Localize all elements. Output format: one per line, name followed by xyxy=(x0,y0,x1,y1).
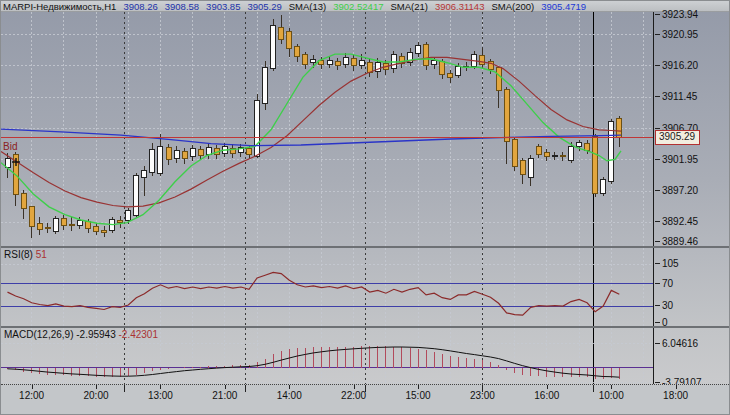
time-tick xyxy=(547,385,548,389)
ohlc-high: 3908.58 xyxy=(165,1,199,12)
time-tick-label: 14:00 xyxy=(277,390,302,401)
axis-tick-label: 3897.20 xyxy=(662,185,698,197)
sma200-label: SMA(200) xyxy=(491,1,534,12)
axis-tick-label: 70 xyxy=(662,278,673,290)
time-tick-label: 10:00 xyxy=(599,390,624,401)
rsi-axis[interactable]: 10570300 xyxy=(653,248,730,326)
time-tick xyxy=(289,385,290,389)
time-tick-label: 18:00 xyxy=(663,390,688,401)
rsi-label: RSI(8) xyxy=(4,249,33,260)
time-tick xyxy=(225,385,226,389)
bid-label: Bid xyxy=(3,141,17,152)
chart-area: 3905.29 3923.943920.953916.203911.453906… xyxy=(1,12,730,384)
axis-tick-label: 3901.95 xyxy=(662,154,698,166)
sma13-label: SMA(13) xyxy=(289,1,326,12)
ohlc-close: 3905.29 xyxy=(247,1,281,12)
time-tick xyxy=(676,385,677,389)
macd-signal-value: -2.42301 xyxy=(119,329,158,340)
time-tick-label: 21:00 xyxy=(212,390,237,401)
time-tick xyxy=(32,385,33,389)
time-tick-label: 15:00 xyxy=(405,390,430,401)
macd-value: -2.95943 xyxy=(76,329,115,340)
axis-tick-label: 3892.45 xyxy=(662,216,698,228)
sma13-value: 3902.52417 xyxy=(333,1,383,12)
rsi-value: 51 xyxy=(36,249,47,260)
macd-pane-header: MACD(12,26,9) -2.95943 -2.42301 xyxy=(4,329,158,341)
time-tick xyxy=(611,385,612,389)
day-separator-tick xyxy=(365,385,366,392)
time-tick xyxy=(418,385,419,389)
axis-tick-label: 3889.46 xyxy=(662,236,698,248)
macd-pane: 6.04616-3.79107 MACD(12,26,9) -2.95943 -… xyxy=(1,328,730,384)
symbol-period-label: MARPI-Недвижимость,H1 xyxy=(3,1,116,12)
day-separator-tick xyxy=(124,385,125,392)
axis-tick-label: 6.04616 xyxy=(662,338,698,350)
axis-tick-label: 3911.45 xyxy=(662,91,697,103)
ohlc-open: 3908.26 xyxy=(123,1,157,12)
time-tick-label: 20:00 xyxy=(83,390,108,401)
day-separator-tick xyxy=(245,385,246,392)
axis-tick-label: 3923.94 xyxy=(662,9,698,21)
time-tick-label: 13:00 xyxy=(148,390,173,401)
macd-axis[interactable]: 6.04616-3.79107 xyxy=(653,328,730,384)
sma200-value: 3905.4719 xyxy=(541,1,586,12)
price-axis[interactable]: 3905.29 3923.943920.953916.203911.453906… xyxy=(653,12,730,246)
time-axis[interactable]: 12:0020:0013:0021:0014:0022:0015:0023:00… xyxy=(1,384,729,414)
rsi-plot[interactable] xyxy=(1,248,653,326)
price-chart-plot[interactable] xyxy=(1,12,653,246)
chart-header: MARPI-Недвижимость,H1 3908.26 3908.58 39… xyxy=(1,1,729,12)
ohlc-low: 3903.85 xyxy=(206,1,240,12)
time-tick xyxy=(160,385,161,389)
axis-tick-label: 30 xyxy=(662,300,673,312)
current-price-tag: 3905.29 xyxy=(655,130,700,145)
rsi-pane: 10570300 RSI(8) 51 xyxy=(1,248,730,326)
time-tick xyxy=(96,385,97,389)
sma21-label: SMA(21) xyxy=(390,1,427,12)
trading-terminal-window: MARPI-Недвижимость,H1 3908.26 3908.58 39… xyxy=(0,0,730,415)
day-separator-tick xyxy=(482,385,483,392)
axis-tick-label: 3920.95 xyxy=(662,29,698,41)
time-tick-label: 12:00 xyxy=(19,390,44,401)
day-separator-tick xyxy=(593,385,594,392)
sma21-value: 3906.31143 xyxy=(435,1,485,12)
price-pane: 3905.29 3923.943920.953916.203911.453906… xyxy=(1,12,730,246)
rsi-pane-header: RSI(8) 51 xyxy=(4,249,47,261)
axis-tick-label: 105 xyxy=(662,258,679,270)
time-tick xyxy=(354,385,355,389)
time-tick-label: 16:00 xyxy=(534,390,559,401)
axis-tick-label: 3916.20 xyxy=(662,60,698,72)
time-tick-label: 22:00 xyxy=(341,390,366,401)
macd-label: MACD(12,26,9) xyxy=(4,329,73,340)
